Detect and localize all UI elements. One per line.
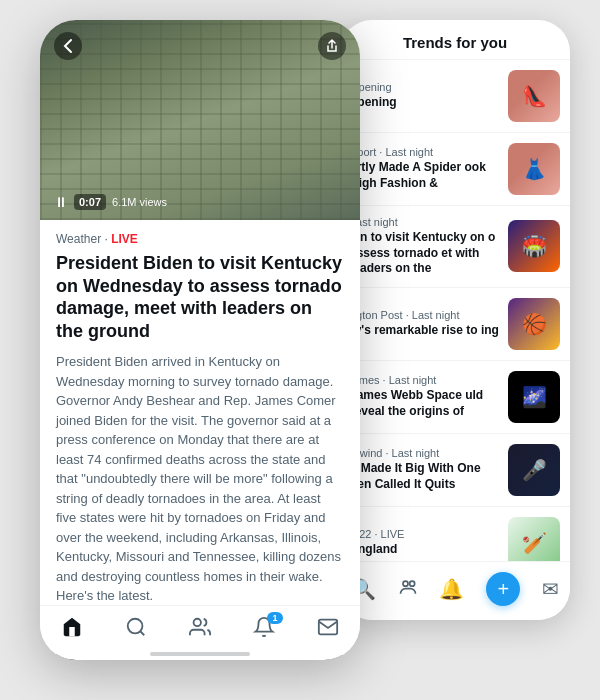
trend-thumbnail: 🏀 — [508, 298, 560, 350]
trends-header: Trends for you — [340, 20, 570, 60]
compose-button[interactable]: + — [486, 572, 520, 606]
trend-source: Opening — [350, 81, 500, 93]
back-phone: Trends for you Opening opening 👠 Sport ·… — [340, 20, 570, 620]
back-button[interactable] — [54, 32, 82, 60]
messages-icon[interactable]: ✉ — [542, 577, 559, 601]
communities-icon[interactable] — [398, 577, 418, 602]
svg-point-1 — [409, 581, 414, 586]
nav-communities[interactable] — [189, 616, 211, 644]
share-button[interactable] — [318, 32, 346, 60]
nav-messages[interactable] — [317, 616, 339, 644]
trend-source: ngton Post · Last night — [350, 309, 500, 321]
list-item[interactable]: rewind · Last night o Made It Big With O… — [340, 434, 570, 507]
trend-title: James Webb Space uld reveal the origins … — [350, 388, 500, 419]
trend-source: Times · Last night — [350, 374, 500, 386]
trend-thumbnail: 🏟️ — [508, 220, 560, 272]
nav-search[interactable] — [125, 616, 147, 644]
article-body-text: President Biden arrived in Kentucky on W… — [56, 352, 344, 606]
messages-icon — [317, 616, 339, 644]
front-phone: ⏸ 0:07 6.1M views Weather · LIVE Preside… — [40, 20, 360, 660]
list-item[interactable]: Last night len to visit Kentucky on o as… — [340, 206, 570, 288]
trend-title: ry's remarkable rise to ing — [350, 323, 500, 339]
list-item[interactable]: ngton Post · Last night ry's remarkable … — [340, 288, 570, 361]
list-item[interactable]: Sport · Last night ertly Made A Spider o… — [340, 133, 570, 206]
video-controls: ⏸ 0:07 6.1M views — [54, 194, 167, 210]
svg-point-4 — [194, 619, 201, 626]
back-bottom-nav: 🔍 🔔 + ✉ — [340, 561, 570, 620]
trend-title: ertly Made A Spider ook High Fashion & — [350, 160, 500, 191]
svg-point-0 — [403, 581, 408, 586]
trend-thumbnail: 🎤 — [508, 444, 560, 496]
phones-container: Trends for you Opening opening 👠 Sport ·… — [0, 0, 600, 700]
home-indicator — [150, 652, 250, 656]
trend-thumbnail: 👗 — [508, 143, 560, 195]
svg-point-2 — [128, 619, 143, 634]
trend-title: len to visit Kentucky on o assess tornad… — [350, 230, 500, 277]
trend-source: Last night — [350, 216, 500, 228]
article-tag: Weather · LIVE — [56, 232, 344, 246]
notifications-badge: 1 — [267, 612, 283, 624]
article-headline: President Biden to visit Kentucky on Wed… — [56, 252, 344, 342]
trend-source: Sport · Last night — [350, 146, 500, 158]
live-badge: LIVE — [111, 232, 138, 246]
nav-home[interactable] — [61, 616, 83, 644]
video-aerial-view — [40, 20, 360, 220]
video-hero: ⏸ 0:07 6.1M views — [40, 20, 360, 220]
list-item[interactable]: Times · Last night James Webb Space uld … — [340, 361, 570, 434]
trend-source: 1/22 · LIVE — [350, 528, 500, 540]
home-icon — [61, 616, 83, 644]
nav-notifications[interactable]: 1 — [253, 616, 275, 644]
search-icon — [125, 616, 147, 644]
article-body: Weather · LIVE President Biden to visit … — [40, 220, 360, 660]
pause-button[interactable]: ⏸ — [54, 194, 68, 210]
trend-title: opening — [350, 95, 500, 111]
video-views: 6.1M views — [112, 196, 167, 208]
list-item[interactable]: Opening opening 👠 — [340, 60, 570, 133]
notifications-icon[interactable]: 🔔 — [439, 577, 464, 601]
trend-thumbnail: 🌌 — [508, 371, 560, 423]
video-timestamp: 0:07 — [74, 194, 106, 210]
trend-title: o Made It Big With One hen Called It Qui… — [350, 461, 500, 492]
trend-source: rewind · Last night — [350, 447, 500, 459]
svg-line-3 — [140, 631, 144, 635]
trend-title: England — [350, 542, 500, 558]
trend-thumbnail: 👠 — [508, 70, 560, 122]
communities-icon — [189, 616, 211, 644]
